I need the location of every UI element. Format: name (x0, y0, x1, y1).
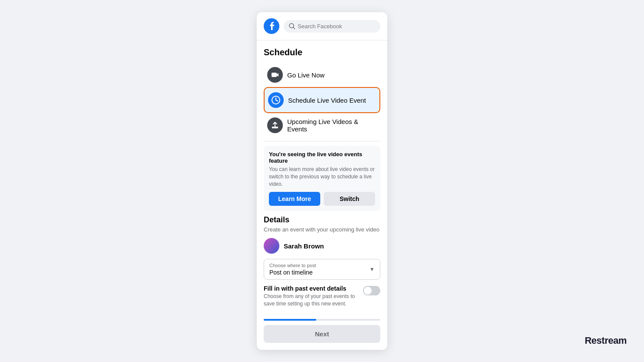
toggle-info: Fill in with past event details Choose f… (264, 285, 359, 308)
upcoming-icon-bg (267, 117, 283, 133)
dropdown-label: Choose where to post (269, 263, 316, 268)
go-live-now-item[interactable]: Go Live Now (264, 63, 380, 87)
restream-label: Restream (585, 335, 627, 346)
svg-rect-5 (272, 127, 278, 128)
go-live-icon-bg (267, 67, 283, 83)
learn-more-button[interactable]: Learn More (269, 192, 320, 206)
divider-1 (264, 141, 380, 141)
toggle-desc: Choose from any of your past events to s… (264, 293, 359, 308)
upcoming-live-label: Upcoming Live Videos & Events (287, 118, 377, 133)
toggle-row: Fill in with past event details Choose f… (264, 285, 380, 308)
dropdown-value: Post on timeline (269, 269, 316, 276)
user-row: Sarah Brown (264, 238, 380, 254)
schedule-title: Schedule (264, 47, 380, 57)
search-bar[interactable] (284, 20, 380, 33)
svg-rect-3 (272, 73, 277, 77)
info-box-buttons: Learn More Switch (269, 192, 375, 206)
dropdown-text: Choose where to post Post on timeline (269, 263, 316, 276)
schedule-live-icon-bg (268, 92, 284, 108)
post-location-dropdown[interactable]: Choose where to post Post on timeline ▼ (264, 259, 380, 280)
info-box: You're seeing the live video events feat… (264, 146, 380, 211)
progress-bar-wrapper (264, 319, 380, 321)
search-input[interactable] (298, 23, 375, 30)
header (257, 12, 387, 40)
search-icon (289, 23, 295, 29)
user-name: Sarah Brown (284, 242, 324, 250)
clock-icon (271, 95, 281, 105)
svg-line-2 (293, 27, 295, 29)
progress-bar-fill (264, 319, 316, 321)
chevron-down-icon: ▼ (369, 266, 375, 272)
fill-past-event-toggle[interactable] (363, 286, 380, 295)
details-section: Details Create an event with your upcomi… (257, 215, 387, 317)
details-title: Details (264, 215, 380, 225)
info-box-title: You're seeing the live video events feat… (269, 151, 375, 164)
next-button[interactable]: Next (264, 325, 380, 343)
video-camera-icon (271, 70, 279, 79)
info-box-text: You can learn more about live video even… (269, 166, 375, 188)
details-subtitle: Create an event with your upcoming live … (264, 226, 380, 233)
schedule-section: Schedule Go Live Now Schedule Live Video… (257, 40, 387, 211)
upload-icon (271, 121, 279, 130)
modal-container: Schedule Go Live Now Schedule Live Video… (257, 12, 387, 350)
facebook-logo-icon (264, 18, 279, 34)
schedule-live-video-label: Schedule Live Video Event (288, 97, 366, 104)
upcoming-live-videos-item[interactable]: Upcoming Live Videos & Events (264, 113, 380, 137)
avatar (264, 238, 279, 254)
go-live-now-label: Go Live Now (287, 71, 325, 79)
toggle-title: Fill in with past event details (264, 285, 359, 292)
schedule-live-video-item[interactable]: Schedule Live Video Event (264, 87, 380, 113)
switch-button[interactable]: Switch (324, 192, 375, 206)
